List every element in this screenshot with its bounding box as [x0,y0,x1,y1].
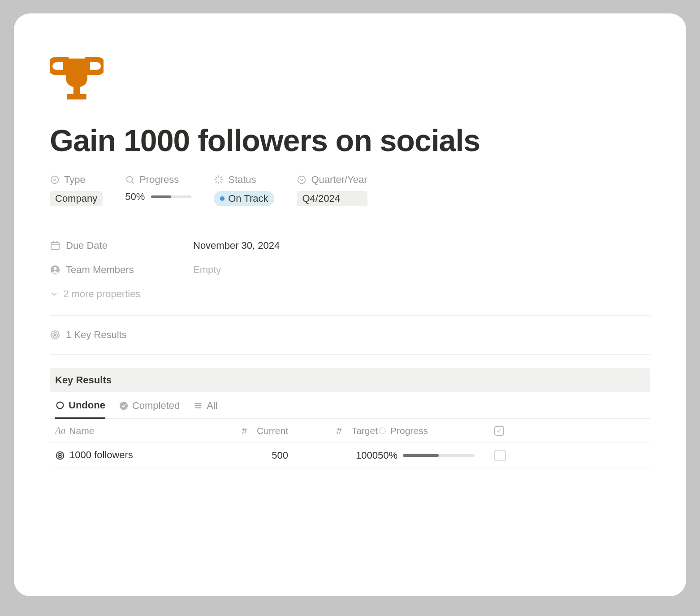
prop-status[interactable]: Status On Track [214,174,274,206]
svg-point-13 [298,176,306,184]
prop-type-value[interactable]: Company [50,191,103,206]
tab-all-label: All [207,400,217,412]
more-properties-toggle[interactable]: 2 more properties [50,282,650,306]
row-current[interactable]: 500 [199,450,288,461]
key-results-table: Aa Name # Current # Target Progress ✓ [50,419,650,468]
svg-rect-0 [66,59,87,80]
circle-icon [55,400,65,410]
prop-status-label: Status [228,174,256,186]
svg-point-4 [127,177,133,182]
key-results-tabs: Undone Completed All [50,392,650,419]
property-row: Type Company Progress 50% [50,174,650,220]
svg-point-3 [51,176,59,184]
trophy-icon [50,54,104,103]
select-icon [297,175,307,185]
svg-point-31 [60,455,61,456]
svg-line-8 [220,182,222,183]
col-target-label: Target [352,425,378,436]
svg-rect-1 [73,86,80,95]
svg-point-28 [379,428,385,434]
svg-point-24 [120,402,128,410]
detail-due-date-value: November 30, 2024 [193,240,280,252]
svg-line-11 [216,182,217,183]
page-card: Gain 1000 followers on socials Type Comp… [14,13,686,596]
calendar-icon [50,240,60,251]
col-progress-label: Progress [390,425,428,436]
col-name-label: Name [69,425,94,436]
table-head: Aa Name # Current # Target Progress ✓ [50,419,650,443]
tab-completed[interactable]: Completed [119,400,180,418]
svg-rect-14 [51,243,59,250]
col-name[interactable]: Aa Name [55,425,199,436]
svg-point-23 [57,402,64,409]
svg-rect-2 [67,94,86,100]
row-name[interactable]: 1000 followers [55,449,199,461]
check-circle-icon [119,401,129,411]
search-icon [125,175,135,185]
dashed-circle-icon [378,426,387,435]
prop-quarter[interactable]: Quarter/Year Q4/2024 [297,174,367,206]
svg-point-19 [54,267,57,270]
tab-undone-label: Undone [69,399,105,411]
relation-label: 1 Key Results [66,329,127,341]
relation-key-results[interactable]: 1 Key Results [50,329,650,355]
svg-line-7 [216,177,217,178]
more-properties-label: 2 more properties [63,288,140,300]
target-icon [55,451,65,460]
table-row[interactable]: 1000 followers 500 1000 50% [50,443,650,468]
detail-team-members-label: Team Members [66,264,134,276]
col-check[interactable]: ✓ [494,426,530,436]
svg-point-22 [55,334,56,336]
detail-team-members-value: Empty [193,264,221,276]
person-icon [50,265,60,275]
prop-progress[interactable]: Progress 50% [125,174,191,203]
prop-progress-label: Progress [139,174,179,186]
row-progress-bar [403,454,475,457]
prop-type[interactable]: Type Company [50,174,103,206]
select-icon [50,175,60,185]
row-target[interactable]: 1000 [288,450,378,461]
tab-completed-label: Completed [132,400,180,412]
col-target[interactable]: # Target [288,425,378,436]
row-checkbox-cell[interactable] [494,450,530,461]
col-progress[interactable]: Progress [378,425,494,436]
prop-quarter-value[interactable]: Q4/2024 [297,191,367,206]
tab-undone[interactable]: Undone [55,399,105,419]
row-checkbox[interactable] [494,450,506,461]
row-progress[interactable]: 50% [378,450,494,461]
page-title[interactable]: Gain 1000 followers on socials [50,123,650,158]
detail-due-date[interactable]: Due Date November 30, 2024 [50,234,650,258]
detail-list: Due Date November 30, 2024 Team Members … [50,234,650,316]
chevron-down-icon [50,290,59,299]
loading-icon [214,175,224,185]
detail-team-members[interactable]: Team Members Empty [50,258,650,282]
prop-type-label: Type [64,174,86,186]
col-current[interactable]: # Current [199,425,288,436]
checkbox-header-icon: ✓ [494,426,504,436]
tab-all[interactable]: All [193,400,217,418]
col-current-label: Current [257,425,288,436]
detail-due-date-label: Due Date [66,240,108,252]
prop-quarter-label: Quarter/Year [311,174,367,186]
target-icon [50,330,60,340]
prop-status-text: On Track [228,193,268,204]
row-progress-text: 50% [378,450,398,461]
status-dot-icon [220,196,225,201]
list-icon [193,401,203,411]
prop-progress-bar [151,195,191,198]
key-results-section: Key Results Undone Completed All Aa Name [50,368,650,468]
svg-line-12 [220,177,222,178]
key-results-heading: Key Results [50,368,650,392]
row-name-text: 1000 followers [69,449,133,461]
prop-progress-value: 50% [125,191,145,203]
prop-status-value[interactable]: On Track [214,191,274,206]
